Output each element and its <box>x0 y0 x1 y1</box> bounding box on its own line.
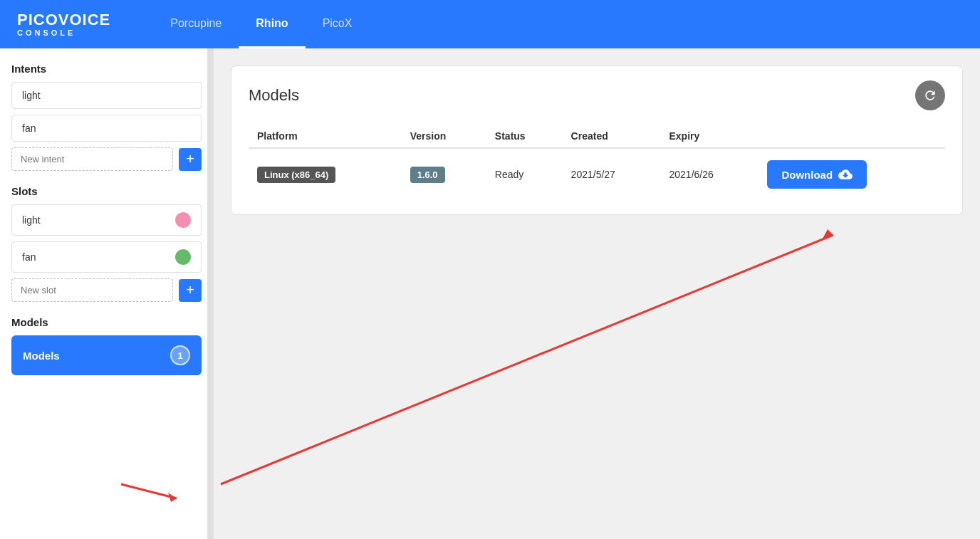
col-action <box>759 125 945 148</box>
slot-dot-fan <box>175 249 191 265</box>
logo-bottom: CONSOLE <box>17 28 110 37</box>
intent-label-fan: fan <box>22 122 36 134</box>
models-panel-header: Models <box>249 80 945 110</box>
header: PICOVOICE CONSOLE Porcupine Rhino PicoX <box>0 0 980 48</box>
logo: PICOVOICE CONSOLE <box>17 11 110 37</box>
slot-item-fan[interactable]: fan <box>11 241 202 273</box>
col-status: Status <box>486 125 563 148</box>
tab-picox[interactable]: PicoX <box>306 0 370 48</box>
models-table: Platform Version Status Created Expiry L… <box>249 125 945 200</box>
sidebar-scrollbar[interactable] <box>207 48 213 539</box>
models-section-title: Models <box>11 316 202 328</box>
platform-badge: Linux (x86_64) <box>257 167 335 183</box>
slot-label-fan: fan <box>22 251 36 263</box>
cell-version: 1.6.0 <box>402 148 486 200</box>
download-label: Download <box>781 169 833 181</box>
add-intent-button[interactable]: + <box>179 148 202 171</box>
logo-top: PICOVOICE <box>17 11 110 28</box>
models-btn-label: Models <box>23 350 60 362</box>
models-panel: Models Platform Version Status Created E… <box>231 66 963 215</box>
slot-dot-light <box>175 212 191 228</box>
cell-expiry: 2021/6/26 <box>661 148 759 200</box>
slots-section-title: Slots <box>11 185 202 197</box>
slot-label-light: light <box>22 214 41 226</box>
version-badge: 1.6.0 <box>410 167 445 183</box>
cell-created: 2021/5/27 <box>563 148 661 200</box>
new-intent-row: + <box>11 147 202 171</box>
intents-section-title: Intents <box>11 63 202 75</box>
new-intent-input[interactable] <box>11 147 173 171</box>
col-created: Created <box>563 125 661 148</box>
col-platform: Platform <box>249 125 402 148</box>
new-slot-row: + <box>11 278 202 302</box>
intent-item-light[interactable]: light <box>11 82 202 109</box>
intent-label-light: light <box>22 90 41 101</box>
add-slot-button[interactable]: + <box>179 279 202 302</box>
models-badge: 1 <box>170 345 190 365</box>
new-slot-input[interactable] <box>11 278 173 302</box>
cell-download: Download <box>759 148 945 200</box>
main-content: Models Platform Version Status Created E… <box>214 48 980 539</box>
cell-status: Ready <box>486 148 563 200</box>
download-cloud-icon <box>838 167 853 182</box>
intent-item-fan[interactable]: fan <box>11 115 202 142</box>
table-row: Linux (x86_64) 1.6.0 Ready 2021/5/27 202… <box>249 148 945 200</box>
nav-tabs: Porcupine Rhino PicoX <box>153 0 369 48</box>
slot-item-light[interactable]: light <box>11 204 202 236</box>
col-version: Version <box>402 125 486 148</box>
tab-porcupine[interactable]: Porcupine <box>153 0 239 48</box>
tab-rhino[interactable]: Rhino <box>239 0 305 48</box>
refresh-button[interactable] <box>915 80 945 110</box>
cell-platform: Linux (x86_64) <box>249 148 402 200</box>
download-button[interactable]: Download <box>767 160 867 189</box>
sidebar: Intents light fan + Slots light fan + Mo… <box>0 48 214 539</box>
col-expiry: Expiry <box>661 125 759 148</box>
refresh-icon <box>923 88 937 103</box>
body-layout: Intents light fan + Slots light fan + Mo… <box>0 48 980 539</box>
models-panel-title: Models <box>249 86 299 105</box>
models-sidebar-button[interactable]: Models 1 <box>11 335 202 375</box>
